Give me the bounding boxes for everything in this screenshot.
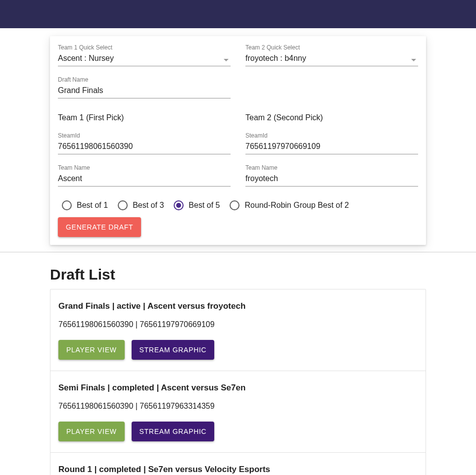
team2-name-input[interactable] [245,172,418,187]
team2-steamid-label: SteamId [245,132,418,139]
team2-quick-select-value: froyotech : b4nny [245,52,418,66]
team1-quick-select[interactable]: Ascent : Nursey [58,52,231,66]
team1-name-label: Team Name [58,164,231,171]
draft-name-label: Draft Name [58,76,231,83]
team1-quick-select-value: Ascent : Nursey [58,52,231,66]
draft-list-item: Grand Finals | active | Ascent versus fr… [50,289,426,371]
draft-list-item: Round 1 | completed | Se7en versus Veloc… [50,453,426,475]
team1-name-input[interactable] [58,172,231,187]
team2-quick-select[interactable]: froyotech : b4nny [245,52,418,66]
dropdown-arrow-icon [411,59,416,61]
draft-form-card: Team 1 Quick Select Ascent : Nursey Team… [50,36,426,245]
draft-name-input[interactable] [58,84,231,98]
format-radio-label: Round-Robin Group Best of 2 [244,201,349,210]
team2-name-label: Team Name [245,164,418,171]
app-header [0,0,476,28]
draft-list-item: Semi Finals | completed | Ascent versus … [50,371,426,453]
radio-icon [230,200,239,210]
draft-item-title: Grand Finals | active | Ascent versus fr… [58,301,418,311]
format-radio-label: Best of 1 [77,201,108,210]
format-radio-label: Best of 3 [133,201,164,210]
draft-item-title: Semi Finals | completed | Ascent versus … [58,383,418,393]
stream-graphic-button[interactable]: STREAM GRAPHIC [132,340,215,360]
stream-graphic-button[interactable]: STREAM GRAPHIC [132,422,215,441]
format-radio-option[interactable]: Best of 3 [118,200,164,210]
team2-quick-select-label: Team 2 Quick Select [245,44,418,51]
dropdown-arrow-icon [224,59,229,61]
player-view-button[interactable]: PLAYER VIEW [58,340,125,360]
format-radio-group: Best of 1Best of 3Best of 5Round-Robin G… [58,196,418,217]
draft-item-ids: 76561198061560390 | 76561197970669109 [58,320,418,329]
team2-steamid-input[interactable] [245,140,418,154]
team1-heading: Team 1 (First Pick) [58,113,231,122]
draft-item-ids: 76561198061560390 | 76561197963314359 [58,402,418,411]
format-radio-option[interactable]: Best of 5 [174,200,220,210]
format-radio-label: Best of 5 [189,201,220,210]
section-divider [0,252,476,252]
team1-quick-select-label: Team 1 Quick Select [58,44,231,51]
player-view-button[interactable]: PLAYER VIEW [58,422,125,441]
radio-icon [174,200,184,210]
radio-icon [118,200,128,210]
draft-list-heading: Draft List [50,266,426,283]
generate-draft-button[interactable]: GENERATE DRAFT [58,217,141,237]
team2-heading: Team 2 (Second Pick) [245,113,418,122]
team1-steamid-label: SteamId [58,132,231,139]
draft-list: Grand Finals | active | Ascent versus fr… [50,289,426,475]
team1-steamid-input[interactable] [58,140,231,154]
format-radio-option[interactable]: Best of 1 [62,200,108,210]
draft-item-title: Round 1 | completed | Se7en versus Veloc… [58,465,418,475]
radio-icon [62,200,72,210]
format-radio-option[interactable]: Round-Robin Group Best of 2 [230,200,349,210]
